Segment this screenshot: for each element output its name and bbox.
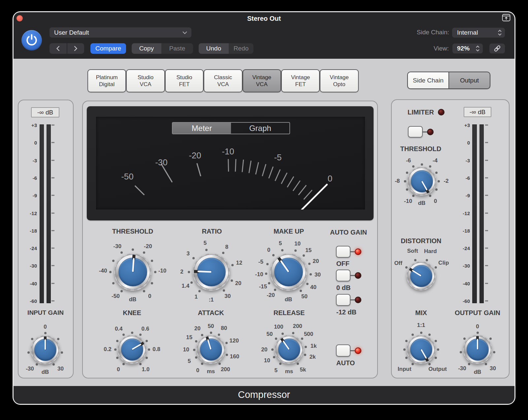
knob-dot — [304, 354, 306, 356]
open-in-window-icon[interactable] — [502, 14, 511, 21]
right-meter-scale-label: -9 — [466, 193, 470, 198]
power-button[interactable] — [21, 30, 42, 50]
right-meter-tick — [485, 125, 488, 126]
knob-scale-label: 0.6 — [141, 326, 149, 332]
knob-scale-label: -6 — [406, 157, 411, 164]
right-meter-scale-label: -12 — [463, 210, 470, 216]
knob-scale-label: 1k — [311, 343, 317, 349]
auto-gain-label: AUTO GAIN — [330, 229, 367, 236]
right-meter-tick — [485, 265, 488, 266]
right-meter-tick — [485, 142, 488, 143]
side-chain-popup[interactable]: Internal — [452, 28, 505, 38]
knob-dot — [114, 348, 116, 351]
toggle-output[interactable]: Output — [449, 72, 490, 89]
distortion-label: DISTORTION — [401, 237, 442, 245]
knob-dot — [266, 263, 269, 265]
output-level-display: -∞ dB — [464, 107, 491, 117]
knob-dot — [403, 348, 406, 351]
chevron-down-icon — [182, 31, 187, 34]
toggle-side-chain[interactable]: Side Chain — [407, 72, 449, 89]
left-meter-scale-label: -18 — [30, 228, 37, 233]
vu-fine-tick — [228, 159, 229, 172]
knob-scale-label: Clip — [438, 260, 449, 266]
right-meter-tick — [485, 248, 488, 249]
view-zoom-stepper[interactable]: 92% — [452, 44, 483, 53]
copy-paste-group: Copy Paste — [132, 43, 193, 54]
auto-gain-0-db-button[interactable] — [336, 270, 350, 281]
meter-graph-toggle: Meter Graph — [172, 122, 290, 134]
sidechain-output-toggle: Side Chain Output — [407, 72, 490, 89]
link-button[interactable] — [489, 44, 505, 53]
knob-dot — [192, 257, 195, 259]
right-meter-scale-label: -3 — [466, 157, 470, 163]
knob-scale-label: Input — [398, 366, 412, 372]
close-button[interactable] — [16, 15, 23, 21]
limiter-enable-led-line — [423, 131, 427, 132]
knob-scale-label: 1.0 — [142, 366, 150, 373]
knob-dot — [218, 363, 221, 365]
knob-dot — [477, 332, 479, 334]
tab-graph[interactable]: Graph — [231, 123, 289, 134]
knob-scale-label: 0 — [476, 323, 479, 330]
model-tab-vintage-opto[interactable]: VintageOpto — [320, 69, 358, 92]
knob-scale-label: -30 — [113, 243, 121, 250]
limiter-threshold-label: THRESHOLD — [400, 145, 441, 153]
knob-dot — [294, 249, 297, 252]
model-tab-classic-vca[interactable]: ClassicVCA — [204, 69, 242, 92]
knob-dot — [122, 363, 125, 365]
mix-label: MIX — [415, 309, 427, 317]
knob-dot — [421, 163, 423, 166]
tab-meter[interactable]: Meter — [173, 123, 231, 134]
paste-button[interactable]: Paste — [161, 43, 193, 54]
knob-dot — [154, 271, 156, 273]
left-meter-scale-label: -6 — [33, 175, 37, 180]
left-meter-tick — [51, 177, 54, 178]
input-level-display: -∞ dB — [31, 107, 59, 117]
right-meter-tick — [485, 160, 488, 161]
release-auto-button[interactable] — [336, 344, 350, 357]
knob-scale-label: -10 — [158, 268, 167, 274]
knob-scale-label: 30 — [490, 365, 496, 372]
right-meter-scale-label: 0 — [467, 140, 470, 145]
plugin-window-screenshot: Stereo Out User Default Compare Copy Pas… — [0, 0, 528, 420]
auto-gain-off-button[interactable] — [336, 246, 350, 258]
side-chain-label: Side Chain: — [417, 29, 449, 36]
knob-scale-label: -20 — [267, 292, 275, 299]
knob-dot — [272, 254, 275, 256]
limiter-label: LIMITER — [408, 109, 434, 116]
redo-button[interactable]: Redo — [229, 43, 253, 54]
compare-button[interactable]: Compare — [90, 43, 126, 54]
knob-scale-label: -2 — [444, 178, 448, 184]
model-tab-studio-fet[interactable]: StudioFET — [165, 69, 204, 92]
model-tab-platinum-digital[interactable]: PlatinumDigital — [87, 69, 126, 92]
knob-dot — [438, 180, 440, 182]
knob-dot — [306, 283, 309, 285]
output-gain-label: OUTPUT GAIN — [455, 309, 500, 317]
model-tab-vintage-vca[interactable]: VintageVCA — [243, 69, 281, 92]
knob-dot — [292, 332, 294, 334]
vu-fine-tick — [249, 161, 251, 173]
knob-scale-label: 0 — [196, 367, 199, 374]
knob-dot — [52, 363, 55, 366]
knob-dot — [301, 338, 303, 340]
knob-pointer — [477, 339, 478, 349]
model-tab-vintage-fet[interactable]: VintageFET — [281, 69, 320, 92]
auto-gain--12-db-button[interactable] — [336, 294, 350, 306]
view-zoom-value: 92% — [457, 45, 470, 52]
limiter-enable-button[interactable] — [408, 126, 423, 138]
left-meter-scale-label: -24 — [30, 245, 37, 251]
knob-unit-label: :1 — [209, 297, 214, 303]
preset-dropdown[interactable]: User Default — [50, 27, 191, 38]
vu-fine-tick — [269, 167, 273, 178]
undo-button[interactable]: Undo — [199, 43, 229, 54]
knob-scale-label: 200 — [221, 366, 230, 373]
knob-dot — [146, 357, 148, 359]
next-preset-button[interactable] — [67, 43, 84, 54]
left-meter-tick — [51, 230, 54, 231]
knob-scale-label: -50 — [112, 293, 120, 300]
copy-button[interactable]: Copy — [132, 43, 161, 54]
knob-scale-label: 1 — [194, 294, 197, 300]
vu-fine-tick — [256, 162, 259, 175]
previous-preset-button[interactable] — [50, 43, 67, 54]
model-tab-studio-vca[interactable]: StudioVCA — [126, 69, 165, 92]
